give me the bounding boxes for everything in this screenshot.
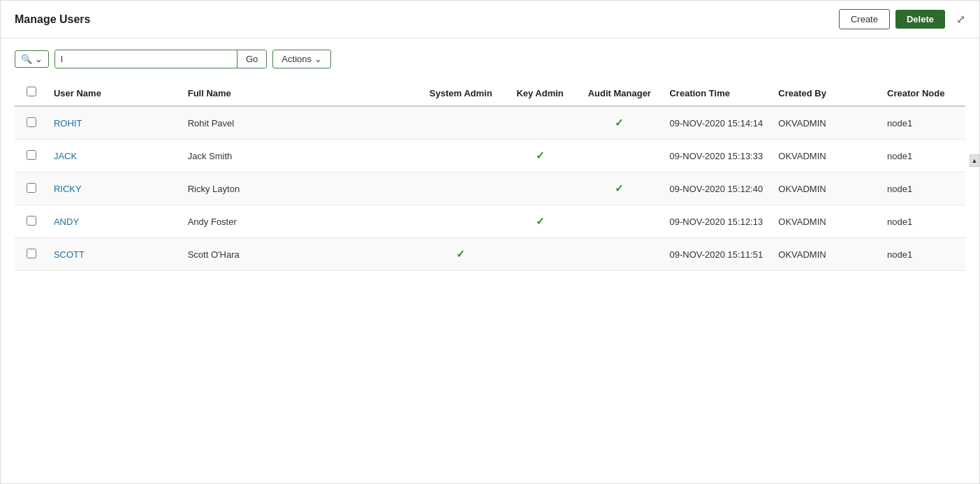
manage-users-page: Manage Users Create Delete ⤢ 🔍 ⌄ Go Acti… [0,0,980,484]
row-checkbox[interactable] [27,150,36,160]
created-by-cell: OKVADMIN [773,238,882,271]
col-header-fullname: Full Name [182,80,417,106]
auditmgr-cell [575,140,664,173]
table-header-row: User Name Full Name System Admin Key Adm… [15,80,965,106]
select-all-checkbox[interactable] [27,87,36,96]
col-header-node: Creator Node [882,80,965,106]
table-row: JACKJack Smith✓09-NOV-2020 15:13:33OKVAD… [15,140,965,173]
keyadmin-cell: ✓ [505,140,575,173]
keyadmin-cell: ✓ [505,205,575,238]
col-header-username: User Name [48,80,182,106]
auditmgr-cell: ✓ [575,173,664,205]
row-checkbox[interactable] [27,183,36,193]
fullname-cell: Ricky Layton [182,173,417,205]
username-link[interactable]: JACK [54,151,77,161]
fullname-cell: Rohit Pavel [182,106,417,140]
search-dropdown[interactable]: 🔍 ⌄ [15,50,49,68]
creator-node-cell: node1 [882,106,965,140]
checkmark-icon: ✓ [615,117,624,129]
username-link[interactable]: RICKY [54,184,82,194]
creation-time-cell: 09-NOV-2020 15:12:40 [664,173,773,205]
col-header-keyadmin: Key Admin [505,80,575,106]
actions-chevron-icon: ⌄ [314,54,322,64]
toolbar: 🔍 ⌄ Go Actions ⌄ [1,38,979,80]
actions-label: Actions [281,54,312,64]
keyadmin-cell [505,173,575,205]
keyadmin-cell [505,106,575,140]
table-row: ROHITRohit Pavel✓09-NOV-2020 15:14:14OKV… [15,106,965,140]
create-button[interactable]: Create [839,9,890,29]
created-by-cell: OKVADMIN [773,140,882,173]
col-header-auditmgr: Audit Manager [575,80,664,106]
creation-time-cell: 09-NOV-2020 15:13:33 [664,140,773,173]
checkmark-icon: ✓ [536,149,545,161]
table-container: User Name Full Name System Admin Key Adm… [1,80,979,271]
fullname-cell: Scott O'Hara [182,238,417,271]
checkmark-icon: ✓ [456,248,465,260]
creator-node-cell: node1 [882,140,965,173]
search-icon: 🔍 [21,54,32,64]
creation-time-cell: 09-NOV-2020 15:14:14 [664,106,773,140]
header-actions: Create Delete ⤢ [839,9,965,29]
checkmark-icon: ✓ [615,182,624,194]
auditmgr-cell [575,205,664,238]
auditmgr-cell: ✓ [575,106,664,140]
table-body: ROHITRohit Pavel✓09-NOV-2020 15:14:14OKV… [15,106,965,271]
sysadmin-cell: ✓ [416,238,505,271]
col-header-createdby: Created By [773,80,882,106]
row-checkbox[interactable] [27,216,36,226]
username-link[interactable]: SCOTT [54,249,85,260]
created-by-cell: OKVADMIN [773,173,882,205]
page-title: Manage Users [15,13,91,26]
table-row: ANDYAndy Foster✓09-NOV-2020 15:12:13OKVA… [15,205,965,238]
created-by-cell: OKVADMIN [773,205,882,238]
search-input[interactable] [55,50,237,68]
keyadmin-cell [505,238,575,271]
creation-time-cell: 09-NOV-2020 15:12:13 [664,205,773,238]
sysadmin-cell [416,106,505,140]
fullname-cell: Jack Smith [182,140,417,173]
scroll-up-button[interactable]: ▲ [970,154,979,167]
users-table: User Name Full Name System Admin Key Adm… [15,80,965,271]
sysadmin-cell [416,140,505,173]
username-link[interactable]: ANDY [54,217,79,227]
search-input-wrap: Go [54,50,267,68]
created-by-cell: OKVADMIN [773,106,882,140]
sysadmin-cell [416,205,505,238]
actions-button[interactable]: Actions ⌄ [272,50,331,68]
table-row: RICKYRicky Layton✓09-NOV-2020 15:12:40OK… [15,173,965,205]
row-checkbox[interactable] [27,117,36,127]
row-checkbox[interactable] [27,249,36,258]
username-link[interactable]: ROHIT [54,118,82,129]
expand-icon[interactable]: ⤢ [956,13,965,26]
fullname-cell: Andy Foster [182,205,417,238]
col-header-creation: Creation Time [664,80,773,106]
auditmgr-cell [575,238,664,271]
dropdown-arrow: ⌄ [35,54,43,64]
creator-node-cell: node1 [882,205,965,238]
checkmark-icon: ✓ [536,215,545,227]
delete-button[interactable]: Delete [895,10,945,29]
creation-time-cell: 09-NOV-2020 15:11:51 [664,238,773,271]
col-header-checkbox [15,80,48,106]
table-row: SCOTTScott O'Hara✓09-NOV-2020 15:11:51OK… [15,238,965,271]
creator-node-cell: node1 [882,173,965,205]
go-button[interactable]: Go [237,50,266,68]
header: Manage Users Create Delete ⤢ [1,1,979,38]
creator-node-cell: node1 [882,238,965,271]
sysadmin-cell [416,173,505,205]
col-header-sysadmin: System Admin [416,80,505,106]
